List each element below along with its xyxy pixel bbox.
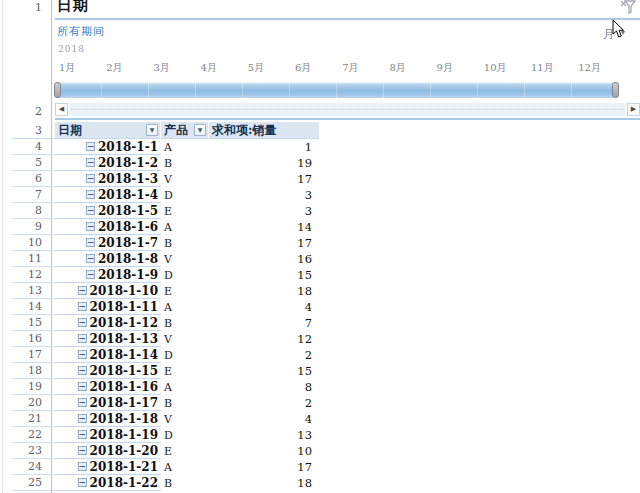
collapse-minus-icon[interactable]: − bbox=[86, 142, 95, 151]
product-cell[interactable]: V bbox=[161, 411, 209, 427]
table-row[interactable]: − 2018-1-8 V 16 bbox=[12, 251, 319, 267]
product-cell[interactable]: B bbox=[161, 395, 209, 411]
month-label[interactable]: 8月 bbox=[389, 61, 405, 75]
table-row[interactable]: − 2018-1-17 B 2 bbox=[12, 395, 319, 411]
date-cell[interactable]: − 2018-1-13 bbox=[55, 331, 161, 347]
table-row[interactable]: − 2018-1-13 V 12 bbox=[12, 331, 319, 347]
table-row[interactable]: − 2018-1-11 A 4 bbox=[12, 299, 319, 315]
month-label[interactable]: 11月 bbox=[531, 61, 554, 75]
collapse-minus-icon[interactable]: − bbox=[78, 398, 87, 407]
date-cell[interactable]: − 2018-1-10 bbox=[55, 283, 161, 299]
product-cell[interactable]: D bbox=[161, 427, 209, 443]
collapse-minus-icon[interactable]: − bbox=[78, 302, 87, 311]
date-cell[interactable]: − 2018-1-8 bbox=[55, 251, 161, 267]
collapse-minus-icon[interactable]: − bbox=[78, 414, 87, 423]
product-cell[interactable]: A bbox=[161, 299, 209, 315]
collapse-minus-icon[interactable]: − bbox=[86, 206, 95, 215]
date-cell[interactable]: − 2018-1-15 bbox=[55, 363, 161, 379]
collapse-minus-icon[interactable]: − bbox=[86, 158, 95, 167]
product-cell[interactable]: D bbox=[161, 267, 209, 283]
month-label[interactable]: 10月 bbox=[484, 61, 507, 75]
product-cell[interactable]: B bbox=[161, 235, 209, 251]
date-cell[interactable]: − 2018-1-5 bbox=[55, 203, 161, 219]
collapse-minus-icon[interactable]: − bbox=[78, 318, 87, 327]
date-cell[interactable]: − 2018-1-4 bbox=[55, 187, 161, 203]
table-row[interactable]: − 2018-1-6 A 14 bbox=[12, 219, 319, 235]
table-row[interactable]: − 2018-1-5 E 3 bbox=[12, 203, 319, 219]
collapse-minus-icon[interactable]: − bbox=[78, 334, 87, 343]
collapse-minus-icon[interactable]: − bbox=[86, 222, 95, 231]
date-cell[interactable]: − 2018-1-19 bbox=[55, 427, 161, 443]
product-cell[interactable]: V bbox=[161, 171, 209, 187]
row-number[interactable]: 1 bbox=[0, 1, 42, 15]
table-row[interactable]: − 2018-1-14 D 2 bbox=[12, 347, 319, 363]
collapse-minus-icon[interactable]: − bbox=[78, 366, 87, 375]
collapse-minus-icon[interactable]: − bbox=[86, 238, 95, 247]
collapse-minus-icon[interactable]: − bbox=[78, 430, 87, 439]
table-row[interactable]: − 2018-1-16 A 8 bbox=[12, 379, 319, 395]
table-row[interactable]: − 2018-1-10 E 18 bbox=[12, 283, 319, 299]
product-cell[interactable]: E bbox=[161, 283, 209, 299]
month-label[interactable]: 6月 bbox=[295, 61, 311, 75]
collapse-minus-icon[interactable]: − bbox=[78, 478, 87, 487]
collapse-minus-icon[interactable]: − bbox=[78, 286, 87, 295]
collapse-minus-icon[interactable]: − bbox=[78, 446, 87, 455]
date-cell[interactable]: − 2018-1-11 bbox=[55, 299, 161, 315]
product-cell[interactable]: B bbox=[161, 315, 209, 331]
month-label[interactable]: 2月 bbox=[106, 61, 122, 75]
date-cell[interactable]: − 2018-1-1 bbox=[55, 139, 161, 155]
product-cell[interactable]: A bbox=[161, 379, 209, 395]
date-cell[interactable]: − 2018-1-17 bbox=[55, 395, 161, 411]
scrollbar-track[interactable] bbox=[69, 103, 626, 116]
month-label[interactable]: 4月 bbox=[201, 61, 217, 75]
collapse-minus-icon[interactable]: − bbox=[78, 382, 87, 391]
month-label[interactable]: 7月 bbox=[342, 61, 358, 75]
date-cell[interactable]: − 2018-1-12 bbox=[55, 315, 161, 331]
timeline-selection-bar[interactable] bbox=[55, 82, 618, 98]
table-row[interactable]: − 2018-1-12 B 7 bbox=[12, 315, 319, 331]
collapse-minus-icon[interactable]: − bbox=[86, 174, 95, 183]
product-cell[interactable]: V bbox=[161, 251, 209, 267]
scroll-right-button[interactable]: ▶ bbox=[627, 103, 640, 116]
table-row[interactable]: − 2018-1-7 B 17 bbox=[12, 235, 319, 251]
product-cell[interactable]: A bbox=[161, 139, 209, 155]
table-row[interactable]: − 2018-1-18 V 4 bbox=[12, 411, 319, 427]
product-cell[interactable]: B bbox=[161, 475, 209, 491]
product-cell[interactable]: E bbox=[161, 203, 209, 219]
table-row[interactable]: − 2018-1-1 A 1 bbox=[12, 139, 319, 155]
product-cell[interactable]: D bbox=[161, 347, 209, 363]
date-cell[interactable]: − 2018-1-9 bbox=[55, 267, 161, 283]
product-cell[interactable]: E bbox=[161, 363, 209, 379]
collapse-minus-icon[interactable]: − bbox=[86, 190, 95, 199]
table-row[interactable]: − 2018-1-3 V 17 bbox=[12, 171, 319, 187]
collapse-minus-icon[interactable]: − bbox=[78, 462, 87, 471]
filter-dropdown-icon[interactable]: ▼ bbox=[146, 124, 158, 136]
selection-right-handle[interactable] bbox=[612, 82, 619, 98]
month-label[interactable]: 3月 bbox=[153, 61, 169, 75]
table-row[interactable]: − 2018-1-15 E 15 bbox=[12, 363, 319, 379]
date-cell[interactable]: − 2018-1-2 bbox=[55, 155, 161, 171]
date-cell[interactable]: − 2018-1-7 bbox=[55, 235, 161, 251]
table-row[interactable]: − 2018-1-9 D 15 bbox=[12, 267, 319, 283]
product-cell[interactable]: A bbox=[161, 219, 209, 235]
date-cell[interactable]: − 2018-1-22 bbox=[55, 475, 161, 491]
collapse-minus-icon[interactable]: − bbox=[86, 254, 95, 263]
product-cell[interactable]: V bbox=[161, 331, 209, 347]
date-cell[interactable]: − 2018-1-6 bbox=[55, 219, 161, 235]
table-row[interactable]: − 2018-1-19 D 13 bbox=[12, 427, 319, 443]
timeline-scrollbar[interactable]: ◀ ▶ bbox=[55, 103, 640, 116]
date-cell[interactable]: − 2018-1-14 bbox=[55, 347, 161, 363]
filter-dropdown-icon[interactable]: ▼ bbox=[194, 124, 206, 136]
date-cell[interactable]: − 2018-1-21 bbox=[55, 459, 161, 475]
table-row[interactable]: − 2018-1-4 D 3 bbox=[12, 187, 319, 203]
date-cell[interactable]: − 2018-1-18 bbox=[55, 411, 161, 427]
table-row[interactable]: − 2018-1-2 B 19 bbox=[12, 155, 319, 171]
date-cell[interactable]: − 2018-1-16 bbox=[55, 379, 161, 395]
month-label[interactable]: 12月 bbox=[578, 61, 601, 75]
product-cell[interactable]: E bbox=[161, 443, 209, 459]
collapse-minus-icon[interactable]: − bbox=[86, 270, 95, 279]
clear-filter-icon[interactable] bbox=[620, 0, 636, 15]
selection-left-handle[interactable] bbox=[54, 82, 61, 98]
product-cell[interactable]: B bbox=[161, 155, 209, 171]
date-cell[interactable]: − 2018-1-20 bbox=[55, 443, 161, 459]
